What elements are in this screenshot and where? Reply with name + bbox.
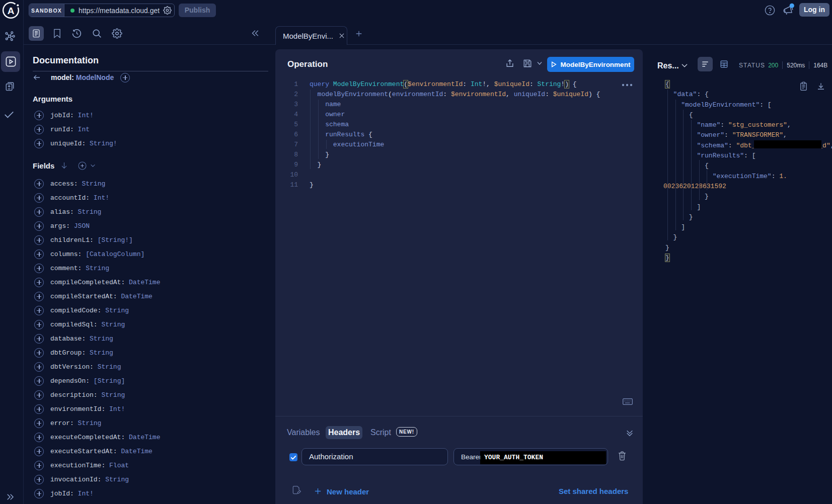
svg-text:A: A: [8, 6, 15, 16]
